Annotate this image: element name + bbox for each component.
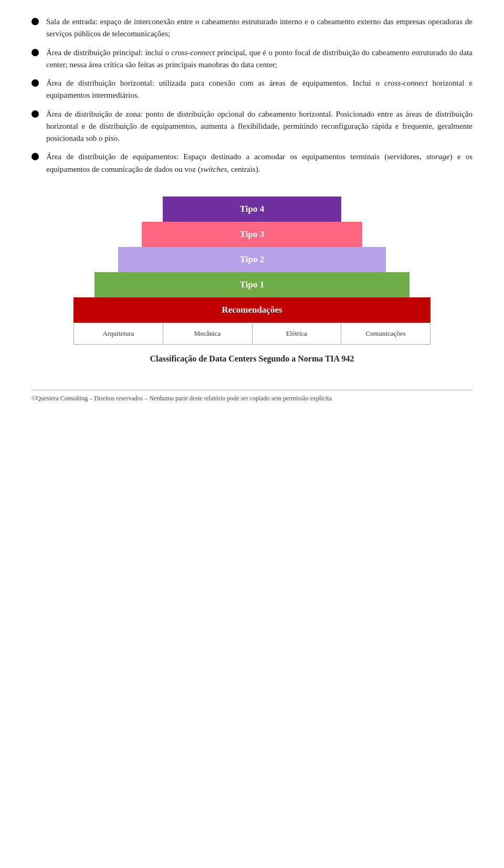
pyramid-diagram: Tipo 4 Tipo 3 Tipo 2 Tipo 1 xyxy=(74,197,430,379)
item-text-area-principal: Área de distribuição principal: inclui o… xyxy=(46,47,472,71)
tipo2-row: Tipo 2 xyxy=(74,247,430,272)
tipo1-row: Tipo 1 xyxy=(74,272,430,297)
tipo2-block: Tipo 2 xyxy=(118,247,386,272)
tipo1-block: Tipo 1 xyxy=(94,272,410,297)
bullet-dot xyxy=(32,18,39,25)
list-item-sala-entrada: Sala de entrada: espaço de interconexão … xyxy=(32,16,472,40)
recomendacoes-label: Recomendações xyxy=(222,305,282,315)
storage-label: storage xyxy=(426,152,450,161)
cross-connect-label: cross-connect xyxy=(172,48,215,57)
category-mecanica-label: Mecânica xyxy=(194,329,221,337)
recomendacoes-block: Recomendações xyxy=(74,297,430,323)
bullet-list: Sala de entrada: espaço de interconexão … xyxy=(32,16,472,175)
switches-label: switches xyxy=(201,165,227,173)
footer-text: ©Questera Consulting – Direitos reservad… xyxy=(32,395,332,402)
footer: ©Questera Consulting – Direitos reservad… xyxy=(32,390,472,402)
item-text-area-equipamentos: Área de distribuição de equipamentos: Es… xyxy=(46,151,472,175)
pyramid-wrapper: Tipo 4 Tipo 3 Tipo 2 Tipo 1 xyxy=(74,197,430,345)
bullet-dot xyxy=(32,153,39,160)
pyramid-caption: Classificação de Data Centers Segundo a … xyxy=(150,354,354,364)
bullet-dot xyxy=(32,79,39,87)
bullet-dot xyxy=(32,49,39,56)
tipo2-label: Tipo 2 xyxy=(240,254,264,264)
tipo4-row: Tipo 4 xyxy=(74,197,430,222)
bullet-dot xyxy=(32,110,39,118)
item-text-sala-entrada: Sala de entrada: espaço de interconexão … xyxy=(46,16,472,40)
tipo1-label: Tipo 1 xyxy=(240,280,264,290)
list-item-area-equipamentos: Área de distribuição de equipamentos: Es… xyxy=(32,151,472,175)
category-arquitetura: Arquitetura xyxy=(74,323,163,344)
category-arquitetura-label: Arquitetura xyxy=(102,329,134,337)
tipo3-row: Tipo 3 xyxy=(74,222,430,247)
list-item-area-horizontal: Área de distribuição horizontal: utiliza… xyxy=(32,77,472,102)
recomendacoes-row: Recomendações xyxy=(74,297,430,323)
item-text-area-zona: Área de distribuição de zona: ponto de d… xyxy=(46,108,472,145)
tipo3-label: Tipo 3 xyxy=(240,229,264,239)
category-mecanica: Mecânica xyxy=(163,323,253,344)
tipo4-block: Tipo 4 xyxy=(163,197,341,222)
cross-connect-horizontal-label: cross-connect xyxy=(384,79,428,87)
category-eletrica-label: Elétrica xyxy=(286,329,307,337)
list-item-area-principal: Área de distribuição principal: inclui o… xyxy=(32,47,472,71)
category-comunicacoes: Comunicações xyxy=(341,323,430,344)
categories-row: Arquitetura Mecânica Elétrica Comunicaçõ… xyxy=(74,323,430,345)
item-text-area-horizontal: Área de distribuição horizontal: utiliza… xyxy=(46,77,472,102)
list-item-area-zona: Área de distribuição de zona: ponto de d… xyxy=(32,108,472,145)
tipo4-label: Tipo 4 xyxy=(240,204,264,214)
main-content: Sala de entrada: espaço de interconexão … xyxy=(32,16,472,402)
tipo3-block: Tipo 3 xyxy=(142,222,362,247)
category-eletrica: Elétrica xyxy=(253,323,342,344)
category-comunicacoes-label: Comunicações xyxy=(365,329,406,337)
